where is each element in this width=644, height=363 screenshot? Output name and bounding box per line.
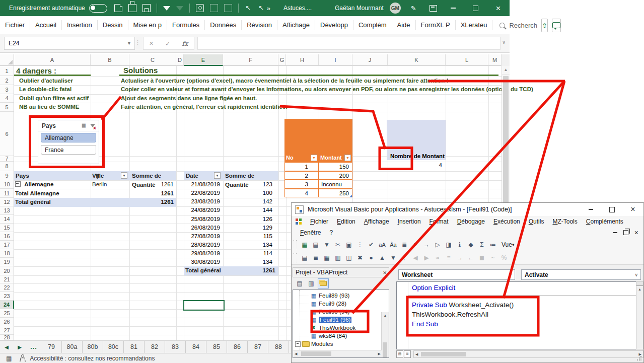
toolbar-icon[interactable]: ≡ [443,253,454,263]
vue-dropdown[interactable]: Vue [498,240,517,250]
code-vscrollbar[interactable]: ▲ [636,281,643,349]
toolbar-icon[interactable]: ▲ [377,253,388,263]
toolbar-grip[interactable] [294,240,297,249]
row-header-4[interactable]: 4 [0,94,14,103]
toolbar-icon[interactable]: → [421,240,432,250]
toolbar-icon[interactable]: ▤ [299,253,310,263]
comments-button[interactable] [552,19,561,32]
toolbar-icon[interactable]: ▦ [299,240,310,250]
vba-menu-item[interactable]: Insertion [398,218,421,225]
paste-special-icon[interactable] [224,4,232,12]
tree-item-thisworkbook[interactable]: ✗ThisWorkbook [293,324,382,332]
vba-menu-item[interactable]: Fenêtre [300,229,321,236]
date-dropdown-icon[interactable] [214,172,221,179]
row-header-11[interactable]: 11 [0,189,14,198]
maximize-button[interactable] [464,0,487,16]
tree-item-feuil9[interactable]: ▦Feuil9 (28) [293,300,382,308]
cancel-icon[interactable] [150,39,154,48]
row-header-6[interactable]: 6 [0,112,14,156]
toolbar-icon[interactable]: ▼ [321,240,332,250]
project-tree-vscrollbar[interactable]: ▲ ▼ [381,312,389,358]
toolbar-icon[interactable]: ✖ [354,253,366,263]
column-header-C[interactable]: C [129,54,176,66]
sheet-tab[interactable]: 85 [206,341,227,353]
sheet-tab[interactable]: 80c [103,341,124,353]
scroll-left-icon[interactable]: ◀ [295,350,297,357]
vba-menu-item[interactable]: Affichage [364,218,389,225]
ribbon-tab[interactable]: Développ [315,20,353,30]
column-header-F[interactable]: F [223,54,278,66]
column-header-M[interactable]: M [488,54,502,66]
row-header-22[interactable]: 22 [0,283,14,292]
clear-filter-icon[interactable] [90,124,95,127]
toolbar-icon[interactable]: ● [366,253,377,263]
row-header-20[interactable]: 20 [0,266,14,275]
formula-bar-expand-icon[interactable]: ∨ [502,39,506,45]
enter-icon[interactable] [165,39,170,48]
toolbar-icon[interactable]: ✔ [366,240,377,250]
toolbar-icon[interactable]: ▼ [388,253,399,263]
save-icon[interactable] [128,4,136,12]
tree-item-wks84[interactable]: ▦wks84 (84) [293,332,382,340]
toolbar-icon[interactable]: ◀ [410,253,421,263]
new-file-icon[interactable] [114,4,122,12]
row-header-3[interactable]: 3 [0,85,14,94]
toggle-folders-icon[interactable] [318,278,329,288]
paste-values-icon[interactable] [210,4,218,12]
column-header-A[interactable]: A [14,54,91,66]
design-mode-icon[interactable] [258,5,265,12]
autosave-toggle[interactable] [89,4,107,13]
row-header-5[interactable]: 5 [0,103,14,112]
filter-icon[interactable] [163,6,170,11]
sheet-tab[interactable]: 84 [186,341,206,353]
ribbon-tab[interactable]: FormXL P [416,20,456,30]
tree-item-feuil90[interactable]: ▦Feuil90 (94) [293,308,382,316]
toolbar-icon[interactable]: aA [377,240,388,250]
scroll-right-icon[interactable]: ▶ [378,350,381,357]
ribbon-tab[interactable]: Aide [392,20,416,30]
toolbar-icon[interactable]: ▣ [343,240,354,250]
tree-item-feuil91[interactable]: ▦Feuil91 (96) [293,316,382,324]
selected-cell-E24[interactable] [183,300,225,311]
toolbar-icon[interactable]: ℹ [454,240,465,250]
vba-maximize-button[interactable] [601,203,622,215]
ribbon-tab[interactable]: Fichier [0,20,30,30]
scrollbar-thumb[interactable] [421,352,466,356]
column-header-I[interactable]: I [319,54,352,66]
vba-menu-item[interactable]: Edition [337,218,355,225]
vba-menu-item[interactable]: ? [329,229,333,236]
save-as-icon[interactable] [142,4,151,12]
ribbon-tab[interactable]: Affichage [277,20,315,30]
toolbar-icon[interactable]: ◫ [343,253,354,263]
ribbon-tab[interactable]: Formules [167,20,205,30]
column-header-L[interactable]: L [446,54,488,66]
code-hscrollbar[interactable]: ◀ ▶ [413,350,643,358]
tab-scroll-left-icon[interactable]: ◀ [0,344,13,350]
vba-menu-item[interactable]: Débogage [457,218,485,225]
vba-menu-item[interactable]: Outils [529,218,544,225]
vba-menu-item[interactable]: MZ-Tools [552,218,577,225]
toolbar-icon[interactable]: → [454,253,465,263]
child-minimize-icon[interactable] [613,232,617,233]
row-header-15[interactable]: 15 [0,224,14,232]
no-dropdown-icon[interactable] [311,155,317,161]
toolbar-icon[interactable]: Âa [388,240,399,250]
scroll-up-icon[interactable]: ▲ [636,286,643,293]
sheet-tab[interactable]: 83 [165,341,186,353]
macro-ready-icon[interactable] [6,355,12,362]
toolbar-icon[interactable]: % [498,253,510,263]
view-object-icon[interactable]: ▥ [306,279,316,288]
name-box-dropdown-icon[interactable]: ▼ [127,41,131,46]
split-handle[interactable] [636,282,643,286]
column-header-J[interactable]: J [352,54,388,66]
vba-menu-item[interactable]: Fichier [310,218,328,225]
row-header-9[interactable]: 9 [0,171,14,180]
ribbon-display-options-icon[interactable] [430,5,437,12]
toolbar-icon[interactable]: ◼ [476,253,487,263]
search-box[interactable]: Recherch [499,22,537,29]
sheet-tab[interactable]: 82 [145,341,165,353]
column-header-E[interactable]: E [184,54,223,66]
toolbar-icon[interactable]: ▦ [321,253,332,263]
scrollbar-thumb[interactable] [503,76,509,207]
clear-filter-icon[interactable] [176,6,183,11]
